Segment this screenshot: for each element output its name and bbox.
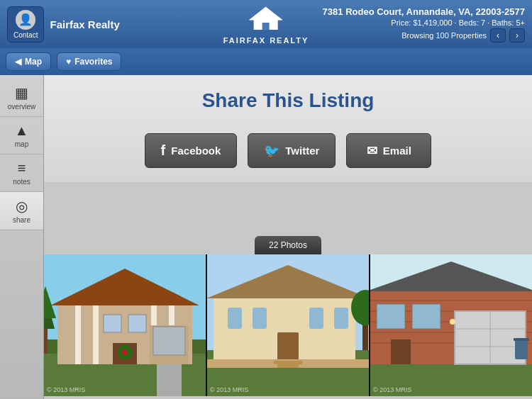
svg-rect-59 (514, 338, 529, 341)
svg-rect-55 (377, 304, 405, 329)
map-icon: ▲ (15, 123, 29, 139)
contact-avatar: 👤 (16, 10, 35, 30)
header-left: 👤 Contact Fairfax Realty (7, 6, 120, 43)
photo-cell-3[interactable]: © 2013 MRIS (370, 254, 532, 396)
notes-icon: ≡ (18, 160, 26, 176)
email-icon: ✉ (367, 143, 377, 159)
svg-rect-8 (75, 305, 81, 364)
photo-copyright-2: © 2013 MRIS (210, 386, 248, 393)
favorites-label: Favorites (74, 57, 112, 67)
map-button[interactable]: ◀ Map (6, 52, 51, 71)
map-label: Map (25, 57, 42, 67)
company-name: Fairfax Realty (50, 18, 119, 30)
property-address: 7381 Rodeo Court, Annandale, VA, 22003-2… (323, 6, 525, 17)
facebook-button[interactable]: f Facebook (145, 133, 238, 168)
header-right: 7381 Rodeo Court, Annandale, VA, 22003-2… (323, 6, 525, 43)
svg-rect-38 (274, 361, 302, 364)
logo-icon (248, 4, 284, 36)
svg-rect-31 (277, 332, 299, 361)
photo-copyright-1: © 2013 MRIS (47, 386, 85, 393)
photos-tab[interactable]: 22 Photos (255, 236, 321, 254)
svg-rect-12 (104, 315, 121, 332)
browsing-count: Browsing 100 Properties (401, 31, 487, 40)
next-button[interactable]: › (509, 28, 525, 43)
photo-cell-1[interactable]: © 2013 MRIS (44, 254, 207, 396)
svg-point-60 (450, 319, 455, 325)
browse-row: Browsing 100 Properties ‹ › (401, 28, 525, 43)
svg-rect-57 (391, 339, 411, 364)
logo-text: Fairfax Realty (223, 36, 309, 45)
logo-container: Fairfax Realty (223, 4, 309, 45)
svg-rect-13 (128, 315, 146, 332)
sidebar-label-overview: overview (8, 103, 35, 111)
twitter-button[interactable]: 🐦 Twitter (248, 133, 336, 168)
svg-point-19 (123, 351, 126, 354)
sidebar-item-map[interactable]: ▲ map (0, 117, 43, 154)
facebook-icon: f (161, 142, 166, 159)
sidebar-item-notes[interactable]: ≡ notes (0, 154, 43, 192)
sidebar-label-notes: notes (13, 178, 30, 186)
share-icon: ◎ (16, 198, 28, 215)
sidebar-label-map: map (15, 140, 28, 148)
sidebar-item-share[interactable]: ◎ share (0, 192, 43, 230)
content-area: Share This Listing f Facebook 🐦 Twitter … (44, 75, 532, 182)
svg-rect-27 (228, 308, 242, 329)
share-title: Share This Listing (202, 89, 375, 112)
sidebar-item-overview[interactable]: ▦ overview (0, 79, 43, 117)
favorites-button[interactable]: ♥ Favorites (57, 52, 121, 71)
share-buttons: f Facebook 🐦 Twitter ✉ Email (145, 133, 432, 168)
photo-cell-2[interactable]: © 2013 MRIS (207, 254, 370, 396)
header: 👤 Contact Fairfax Realty Fairfax Realty … (0, 0, 532, 48)
email-button[interactable]: ✉ Email (346, 133, 431, 168)
facebook-label: Facebook (171, 145, 221, 157)
svg-rect-39 (277, 364, 299, 368)
email-label: Email (383, 145, 411, 157)
main-container: ▦ overview ▲ map ≡ notes ◎ share Share T… (0, 75, 532, 399)
photos-count: 22 Photos (269, 240, 307, 250)
svg-rect-17 (157, 364, 182, 396)
photos-grid: © 2013 MRIS (44, 254, 532, 396)
twitter-label: Twitter (285, 145, 319, 157)
svg-rect-20 (44, 325, 48, 354)
svg-rect-29 (309, 308, 323, 329)
svg-rect-56 (412, 304, 440, 329)
overview-icon: ▦ (15, 84, 28, 101)
photos-section: 22 Photos (44, 236, 532, 399)
contact-button[interactable]: 👤 Contact (7, 6, 44, 43)
property-price-beds-baths: Price: $1,419,000 · Beds: 7 · Baths: 5+ (391, 18, 525, 27)
prev-button[interactable]: ‹ (490, 28, 506, 43)
svg-rect-30 (334, 308, 348, 329)
twitter-icon: 🐦 (264, 143, 279, 159)
map-arrow-icon: ◀ (15, 57, 21, 67)
heart-icon: ♥ (66, 57, 71, 67)
svg-rect-16 (153, 327, 185, 355)
contact-label: Contact (13, 31, 38, 39)
photo-copyright-3: © 2013 MRIS (373, 386, 411, 393)
svg-rect-28 (253, 308, 267, 329)
sidebar-label-share: share (13, 216, 31, 224)
sub-header: ◀ Map ♥ Favorites (0, 48, 532, 75)
svg-rect-9 (93, 305, 99, 364)
header-center: Fairfax Realty (223, 4, 309, 45)
sidebar: ▦ overview ▲ map ≡ notes ◎ share (0, 75, 44, 399)
svg-rect-2 (262, 23, 270, 30)
svg-rect-58 (515, 339, 528, 359)
svg-marker-0 (250, 7, 282, 20)
